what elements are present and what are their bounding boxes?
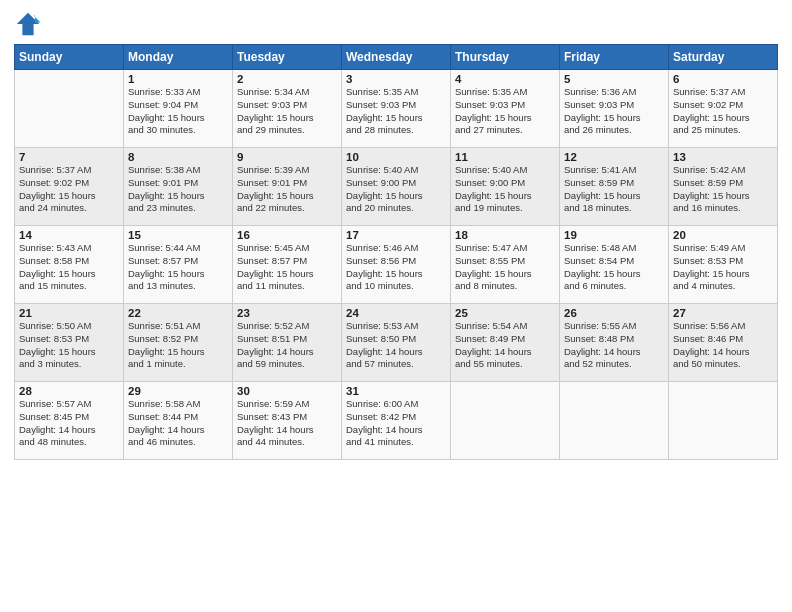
day-cell: 4Sunrise: 5:35 AM Sunset: 9:03 PM Daylig…: [451, 70, 560, 148]
weekday-row: SundayMondayTuesdayWednesdayThursdayFrid…: [15, 45, 778, 70]
day-number: 31: [346, 385, 446, 397]
day-cell: 7Sunrise: 5:37 AM Sunset: 9:02 PM Daylig…: [15, 148, 124, 226]
day-info: Sunrise: 5:57 AM Sunset: 8:45 PM Dayligh…: [19, 398, 119, 449]
day-number: 15: [128, 229, 228, 241]
day-info: Sunrise: 5:39 AM Sunset: 9:01 PM Dayligh…: [237, 164, 337, 215]
day-number: 18: [455, 229, 555, 241]
week-row-3: 14Sunrise: 5:43 AM Sunset: 8:58 PM Dayli…: [15, 226, 778, 304]
day-info: Sunrise: 6:00 AM Sunset: 8:42 PM Dayligh…: [346, 398, 446, 449]
weekday-header-thursday: Thursday: [451, 45, 560, 70]
day-number: 28: [19, 385, 119, 397]
day-cell: 9Sunrise: 5:39 AM Sunset: 9:01 PM Daylig…: [233, 148, 342, 226]
day-number: 21: [19, 307, 119, 319]
day-number: 7: [19, 151, 119, 163]
day-cell: 28Sunrise: 5:57 AM Sunset: 8:45 PM Dayli…: [15, 382, 124, 460]
week-row-1: 1Sunrise: 5:33 AM Sunset: 9:04 PM Daylig…: [15, 70, 778, 148]
week-row-2: 7Sunrise: 5:37 AM Sunset: 9:02 PM Daylig…: [15, 148, 778, 226]
weekday-header-tuesday: Tuesday: [233, 45, 342, 70]
day-cell: [15, 70, 124, 148]
day-cell: 27Sunrise: 5:56 AM Sunset: 8:46 PM Dayli…: [669, 304, 778, 382]
day-number: 6: [673, 73, 773, 85]
day-number: 4: [455, 73, 555, 85]
day-info: Sunrise: 5:58 AM Sunset: 8:44 PM Dayligh…: [128, 398, 228, 449]
day-info: Sunrise: 5:46 AM Sunset: 8:56 PM Dayligh…: [346, 242, 446, 293]
day-info: Sunrise: 5:42 AM Sunset: 8:59 PM Dayligh…: [673, 164, 773, 215]
day-info: Sunrise: 5:52 AM Sunset: 8:51 PM Dayligh…: [237, 320, 337, 371]
day-info: Sunrise: 5:49 AM Sunset: 8:53 PM Dayligh…: [673, 242, 773, 293]
day-number: 26: [564, 307, 664, 319]
day-number: 1: [128, 73, 228, 85]
calendar: SundayMondayTuesdayWednesdayThursdayFrid…: [14, 44, 778, 460]
day-info: Sunrise: 5:59 AM Sunset: 8:43 PM Dayligh…: [237, 398, 337, 449]
day-info: Sunrise: 5:41 AM Sunset: 8:59 PM Dayligh…: [564, 164, 664, 215]
day-cell: 30Sunrise: 5:59 AM Sunset: 8:43 PM Dayli…: [233, 382, 342, 460]
day-info: Sunrise: 5:34 AM Sunset: 9:03 PM Dayligh…: [237, 86, 337, 137]
logo-icon: [14, 10, 42, 38]
calendar-body: 1Sunrise: 5:33 AM Sunset: 9:04 PM Daylig…: [15, 70, 778, 460]
day-number: 3: [346, 73, 446, 85]
day-info: Sunrise: 5:40 AM Sunset: 9:00 PM Dayligh…: [455, 164, 555, 215]
weekday-header-friday: Friday: [560, 45, 669, 70]
day-cell: 1Sunrise: 5:33 AM Sunset: 9:04 PM Daylig…: [124, 70, 233, 148]
day-info: Sunrise: 5:50 AM Sunset: 8:53 PM Dayligh…: [19, 320, 119, 371]
day-info: Sunrise: 5:53 AM Sunset: 8:50 PM Dayligh…: [346, 320, 446, 371]
page: SundayMondayTuesdayWednesdayThursdayFrid…: [0, 0, 792, 612]
day-cell: 5Sunrise: 5:36 AM Sunset: 9:03 PM Daylig…: [560, 70, 669, 148]
day-cell: 3Sunrise: 5:35 AM Sunset: 9:03 PM Daylig…: [342, 70, 451, 148]
day-info: Sunrise: 5:54 AM Sunset: 8:49 PM Dayligh…: [455, 320, 555, 371]
day-number: 19: [564, 229, 664, 241]
day-info: Sunrise: 5:47 AM Sunset: 8:55 PM Dayligh…: [455, 242, 555, 293]
day-number: 9: [237, 151, 337, 163]
day-cell: [560, 382, 669, 460]
day-info: Sunrise: 5:38 AM Sunset: 9:01 PM Dayligh…: [128, 164, 228, 215]
weekday-header-saturday: Saturday: [669, 45, 778, 70]
day-cell: 20Sunrise: 5:49 AM Sunset: 8:53 PM Dayli…: [669, 226, 778, 304]
day-cell: 29Sunrise: 5:58 AM Sunset: 8:44 PM Dayli…: [124, 382, 233, 460]
logo: [14, 10, 46, 38]
day-number: 27: [673, 307, 773, 319]
day-cell: 6Sunrise: 5:37 AM Sunset: 9:02 PM Daylig…: [669, 70, 778, 148]
day-cell: 19Sunrise: 5:48 AM Sunset: 8:54 PM Dayli…: [560, 226, 669, 304]
day-cell: 31Sunrise: 6:00 AM Sunset: 8:42 PM Dayli…: [342, 382, 451, 460]
day-number: 11: [455, 151, 555, 163]
day-cell: 22Sunrise: 5:51 AM Sunset: 8:52 PM Dayli…: [124, 304, 233, 382]
day-number: 23: [237, 307, 337, 319]
header: [14, 10, 778, 38]
day-number: 2: [237, 73, 337, 85]
day-number: 16: [237, 229, 337, 241]
day-info: Sunrise: 5:56 AM Sunset: 8:46 PM Dayligh…: [673, 320, 773, 371]
day-cell: 21Sunrise: 5:50 AM Sunset: 8:53 PM Dayli…: [15, 304, 124, 382]
day-number: 12: [564, 151, 664, 163]
day-info: Sunrise: 5:51 AM Sunset: 8:52 PM Dayligh…: [128, 320, 228, 371]
day-info: Sunrise: 5:33 AM Sunset: 9:04 PM Dayligh…: [128, 86, 228, 137]
weekday-header-monday: Monday: [124, 45, 233, 70]
day-cell: 26Sunrise: 5:55 AM Sunset: 8:48 PM Dayli…: [560, 304, 669, 382]
day-info: Sunrise: 5:36 AM Sunset: 9:03 PM Dayligh…: [564, 86, 664, 137]
day-info: Sunrise: 5:37 AM Sunset: 9:02 PM Dayligh…: [19, 164, 119, 215]
day-cell: 10Sunrise: 5:40 AM Sunset: 9:00 PM Dayli…: [342, 148, 451, 226]
day-number: 29: [128, 385, 228, 397]
day-cell: 15Sunrise: 5:44 AM Sunset: 8:57 PM Dayli…: [124, 226, 233, 304]
day-info: Sunrise: 5:48 AM Sunset: 8:54 PM Dayligh…: [564, 242, 664, 293]
day-cell: 12Sunrise: 5:41 AM Sunset: 8:59 PM Dayli…: [560, 148, 669, 226]
day-info: Sunrise: 5:35 AM Sunset: 9:03 PM Dayligh…: [455, 86, 555, 137]
day-info: Sunrise: 5:43 AM Sunset: 8:58 PM Dayligh…: [19, 242, 119, 293]
weekday-header-sunday: Sunday: [15, 45, 124, 70]
day-cell: 2Sunrise: 5:34 AM Sunset: 9:03 PM Daylig…: [233, 70, 342, 148]
day-cell: 11Sunrise: 5:40 AM Sunset: 9:00 PM Dayli…: [451, 148, 560, 226]
week-row-4: 21Sunrise: 5:50 AM Sunset: 8:53 PM Dayli…: [15, 304, 778, 382]
day-cell: 13Sunrise: 5:42 AM Sunset: 8:59 PM Dayli…: [669, 148, 778, 226]
weekday-header-wednesday: Wednesday: [342, 45, 451, 70]
day-cell: 8Sunrise: 5:38 AM Sunset: 9:01 PM Daylig…: [124, 148, 233, 226]
day-number: 25: [455, 307, 555, 319]
day-number: 13: [673, 151, 773, 163]
day-cell: 17Sunrise: 5:46 AM Sunset: 8:56 PM Dayli…: [342, 226, 451, 304]
day-cell: 16Sunrise: 5:45 AM Sunset: 8:57 PM Dayli…: [233, 226, 342, 304]
week-row-5: 28Sunrise: 5:57 AM Sunset: 8:45 PM Dayli…: [15, 382, 778, 460]
day-info: Sunrise: 5:40 AM Sunset: 9:00 PM Dayligh…: [346, 164, 446, 215]
day-cell: [669, 382, 778, 460]
day-cell: 25Sunrise: 5:54 AM Sunset: 8:49 PM Dayli…: [451, 304, 560, 382]
day-number: 30: [237, 385, 337, 397]
day-number: 8: [128, 151, 228, 163]
day-info: Sunrise: 5:35 AM Sunset: 9:03 PM Dayligh…: [346, 86, 446, 137]
